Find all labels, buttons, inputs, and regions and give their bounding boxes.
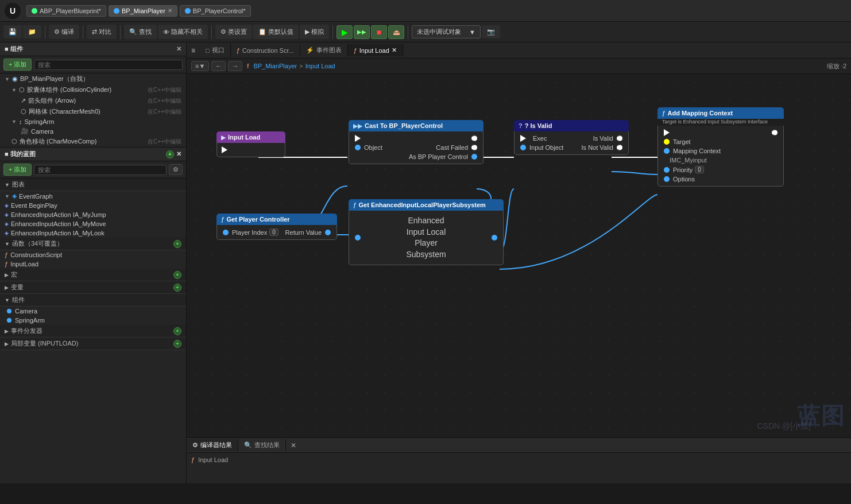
save-button[interactable]: 💾 bbox=[3, 25, 22, 38]
var-springarm[interactable]: SpringArm bbox=[0, 316, 186, 325]
close-mybp[interactable]: ✕ bbox=[176, 150, 181, 158]
canvas-tab-construction[interactable]: ƒ Construction Scr... bbox=[231, 45, 300, 56]
node-get-enhanced[interactable]: ƒ Get EnhancedInputLocalPlayerSubsystem … bbox=[349, 199, 504, 265]
component-springarm[interactable]: ▼ ↕ SpringArm bbox=[0, 117, 186, 126]
myjump-icon: ◈ bbox=[5, 212, 9, 218]
canvas-nav-icon[interactable]: ≡ bbox=[187, 44, 200, 57]
components-subsection-header[interactable]: ▼ 组件 bbox=[0, 294, 186, 307]
find-results-icon: 🔍 bbox=[244, 441, 252, 449]
bottom-tab-compiler[interactable]: ⚙ 编译器结果 bbox=[187, 439, 238, 451]
breadcrumb-nav[interactable]: ≡▼ bbox=[191, 61, 209, 71]
var-camera[interactable]: Camera bbox=[0, 307, 186, 316]
capsule-icon: ⬡ bbox=[19, 86, 25, 94]
get-enhanced-header: ƒ Get EnhancedInputLocalPlayerSubsystem bbox=[349, 199, 504, 211]
play-alt-button[interactable]: ▶▶ bbox=[354, 25, 370, 39]
node-input-load-header: ▶ Input Load bbox=[216, 131, 285, 143]
node-add-mapping[interactable]: ƒ Add Mapping Context Target is Enhanced… bbox=[657, 107, 784, 187]
browse-button[interactable]: 📁 bbox=[23, 25, 41, 38]
sep3 bbox=[120, 25, 121, 39]
bottom-item-inputload[interactable]: ƒ Input Load bbox=[191, 455, 846, 464]
add-dispatcher-button[interactable]: + bbox=[173, 327, 181, 335]
macros-section-header[interactable]: ▶ 宏 + bbox=[0, 269, 186, 281]
fn-inputload[interactable]: ƒ InputLoad bbox=[0, 259, 186, 269]
is-valid-icon: ? bbox=[519, 122, 523, 129]
breadcrumb-function[interactable]: Input Load bbox=[305, 63, 335, 69]
component-capsule[interactable]: ▼ ⬡ 胶囊体组件 (CollisionCylinder) 在C++中编辑 bbox=[0, 84, 186, 95]
hide-unrelated-button[interactable]: 👁 隐藏不相关 bbox=[158, 25, 208, 39]
breadcrumb-forward[interactable]: → bbox=[228, 61, 242, 71]
camera-icon: 🎥 bbox=[21, 127, 29, 135]
input-load-icon: ▶ bbox=[221, 134, 226, 141]
get-enhanced-body: EnhancedInput LocalPlayerSubsystem bbox=[349, 211, 504, 265]
add-variable-button[interactable]: + bbox=[173, 284, 181, 292]
add-mybp-item-button[interactable]: + 添加 bbox=[3, 164, 32, 176]
add-macro-button[interactable]: + bbox=[173, 271, 181, 279]
node-get-player-controller[interactable]: ƒ Get Player Controller Player Index 0 R… bbox=[216, 214, 337, 240]
event-graph-item[interactable]: ▼ ◈ EventGraph bbox=[0, 191, 186, 201]
class-defaults-button[interactable]: 📋 类默认值 bbox=[253, 25, 299, 39]
component-arrow[interactable]: ↗ 箭头组件 (Arrow) 在C++中编辑 bbox=[0, 95, 186, 106]
viewport-icon: □ bbox=[206, 47, 210, 54]
get-enhanced-right-pin bbox=[490, 235, 498, 241]
add-function-button[interactable]: + bbox=[173, 240, 181, 248]
functions-section-header[interactable]: ▼ 函数（34可覆盖） + bbox=[0, 238, 186, 250]
breadcrumb-sep: > bbox=[299, 63, 303, 69]
tab-bp-player[interactable]: BP_PlayerControl* bbox=[180, 5, 251, 17]
cast-object-row: Object Cast Failed bbox=[349, 143, 483, 152]
compile-button[interactable]: ⚙ 编译 bbox=[49, 25, 79, 39]
tab-abp[interactable]: ABP_PlayerBlueprint* bbox=[26, 5, 106, 17]
canvas-tab-inputload[interactable]: ƒ Input Load ✕ bbox=[348, 44, 403, 56]
node-input-load[interactable]: ▶ Input Load bbox=[216, 131, 285, 157]
diff-button[interactable]: ⇄ 对比 bbox=[87, 25, 117, 39]
sep6 bbox=[408, 25, 408, 39]
event-mymove[interactable]: ◈ EnhancedInputAction IA_MyMove bbox=[0, 219, 186, 228]
mybp-search[interactable] bbox=[34, 165, 167, 175]
zoom-label: 缩放 ·2 bbox=[827, 62, 846, 71]
canvas-tab-eventgraph[interactable]: ⚡ 事件图表 bbox=[300, 44, 348, 57]
tab-bp-mian[interactable]: BP_MianPlayer ✕ bbox=[109, 5, 177, 17]
bp-mianplayer-root[interactable]: ▼ ◉ BP_MianPlayer（自我） bbox=[0, 73, 186, 84]
close-components[interactable]: ✕ bbox=[176, 45, 181, 53]
canvas-tab-viewport[interactable]: □ 视口 bbox=[200, 44, 231, 57]
play-button[interactable]: ▶ bbox=[336, 25, 353, 39]
fn-construction[interactable]: ƒ ConstructionScript bbox=[0, 250, 186, 259]
get-pc-playerindex-pin bbox=[223, 230, 229, 235]
node-cast-to-bp[interactable]: ▶▶ Cast To BP_PlayerControl bbox=[349, 120, 483, 164]
breadcrumb-class[interactable]: BP_MianPlayer bbox=[253, 63, 297, 69]
add-mybp-button[interactable]: + bbox=[166, 150, 174, 158]
components-search[interactable] bbox=[34, 60, 183, 70]
close-inputload-tab[interactable]: ✕ bbox=[392, 46, 397, 54]
find-button[interactable]: 🔍 查找 bbox=[124, 25, 157, 39]
close-bottom-tab[interactable]: ✕ bbox=[286, 440, 301, 451]
bottom-tab-find[interactable]: 🔍 查找结果 bbox=[238, 439, 286, 451]
component-charmove[interactable]: ⬡ 角色移动 (CharMoveComp) 在C++中编辑 bbox=[0, 136, 186, 147]
component-camera[interactable]: 🎥 Camera bbox=[0, 126, 186, 136]
mylook-icon: ◈ bbox=[5, 230, 9, 236]
class-settings-button[interactable]: ⚙ 类设置 bbox=[215, 25, 252, 39]
component-mesh[interactable]: ⬡ 网格体 (CharacterMesh0) 在C++中编辑 bbox=[0, 106, 186, 117]
stop-button[interactable]: ■ bbox=[371, 25, 387, 39]
graph-section-header[interactable]: ▼ 图表 bbox=[0, 179, 186, 191]
my-blueprint-section: ■ 我的蓝图 + ✕ + 添加 ⚙ ▼ 图表 bbox=[0, 148, 186, 483]
add-localvar-button[interactable]: + bbox=[173, 340, 181, 348]
node-is-valid[interactable]: ? ? Is Valid Exec Is Valid bbox=[514, 120, 629, 155]
add-component-button[interactable]: + 添加 bbox=[3, 59, 32, 71]
breadcrumb-back[interactable]: ← bbox=[211, 61, 226, 71]
event-mylook[interactable]: ◈ EnhancedInputAction IA_MyLook bbox=[0, 228, 186, 238]
close-tab-bp-mian[interactable]: ✕ bbox=[168, 7, 172, 14]
debug-icon-button[interactable]: 📷 bbox=[482, 25, 500, 38]
event-beginplay[interactable]: ◈ Event BeginPlay bbox=[0, 201, 186, 210]
event-dispatchers-header[interactable]: ▶ 事件分发器 + bbox=[0, 325, 186, 338]
simulate-button[interactable]: ▶ 模拟 bbox=[300, 25, 329, 39]
charmove-icon: ⬡ bbox=[11, 138, 17, 145]
debug-target-dropdown[interactable]: 未选中调试对象 ▼ bbox=[412, 25, 481, 38]
eject-button[interactable]: ⏏ bbox=[388, 25, 404, 39]
beginplay-icon: ◈ bbox=[5, 203, 9, 208]
local-vars-header[interactable]: ▶ 局部变量 (INPUTLOAD) + bbox=[0, 338, 186, 350]
variables-section-header[interactable]: ▶ 变量 + bbox=[0, 281, 186, 294]
mybp-settings-button[interactable]: ⚙ bbox=[169, 164, 183, 175]
add-mapping-options-row: Options bbox=[658, 175, 783, 184]
cast-icon: ▶▶ bbox=[353, 123, 362, 129]
event-myjump[interactable]: ◈ EnhancedInputAction IA_MyJump bbox=[0, 210, 186, 219]
canvas[interactable]: ▶ Input Load ▶▶ Cast To BP_PlayerControl bbox=[187, 74, 851, 437]
